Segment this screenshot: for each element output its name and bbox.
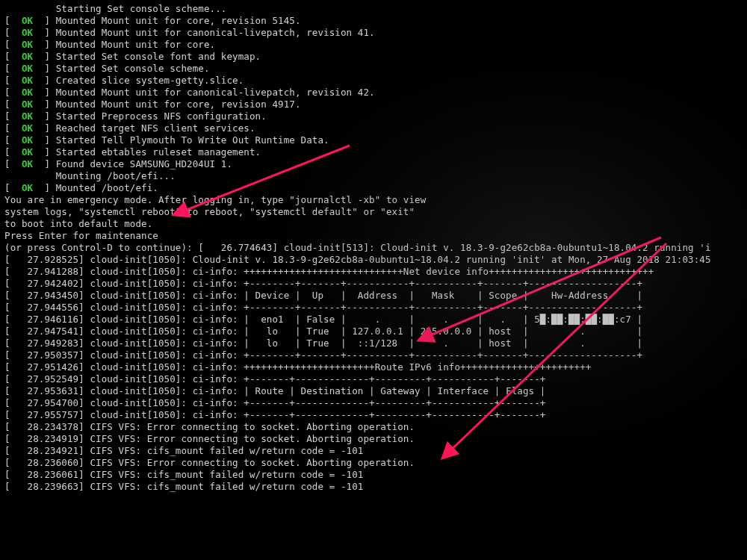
boot-line: [ OK ] Mounted Mount unit for core, revi… bbox=[4, 15, 743, 27]
boot-line: [ OK ] Mounted Mount unit for core, revi… bbox=[4, 99, 743, 111]
boot-line: [ OK ] Started Tell Plymouth To Write Ou… bbox=[4, 134, 743, 146]
emergency-line: (or press Control-D to continue): [ 26.7… bbox=[4, 242, 743, 254]
boot-line: Mounting /boot/efi... bbox=[4, 170, 743, 182]
boot-line: [ OK ] Mounted Mount unit for canonical-… bbox=[4, 87, 743, 99]
emergency-line: to boot into default mode. bbox=[4, 218, 743, 230]
cifs-error-line: [ 28.234919] CIFS VFS: Error connecting … bbox=[4, 433, 743, 445]
boot-line: [ OK ] Started ebtables ruleset manageme… bbox=[4, 146, 743, 158]
emergency-line: Press Enter for maintenance bbox=[4, 230, 743, 242]
boot-line: [ OK ] Started Set console scheme. bbox=[4, 63, 743, 75]
ci-info-line: [ 27.941288] cloud-init[1050]: ci-info: … bbox=[4, 266, 743, 278]
ci-info-line: [ 27.954700] cloud-init[1050]: ci-info: … bbox=[4, 397, 743, 409]
ci-info-line: [ 27.943450] cloud-init[1050]: ci-info: … bbox=[4, 290, 743, 302]
ci-info-line: [ 27.951426] cloud-init[1050]: ci-info: … bbox=[4, 361, 743, 373]
emergency-line: You are in emergency mode. After logging… bbox=[4, 194, 743, 206]
ci-info-line: [ 27.942402] cloud-init[1050]: ci-info: … bbox=[4, 278, 743, 290]
emergency-line: system logs, "systemctl reboot" to reboo… bbox=[4, 206, 743, 218]
ci-info-line: [ 27.949283] cloud-init[1050]: ci-info: … bbox=[4, 337, 743, 349]
cifs-error-line: [ 28.239663] CIFS VFS: cifs_mount failed… bbox=[4, 481, 743, 493]
cifs-error-line: [ 28.236061] CIFS VFS: cifs_mount failed… bbox=[4, 469, 743, 481]
boot-line: [ OK ] Found device SAMSUNG_HD204UI 1. bbox=[4, 158, 743, 170]
ci-info-line: [ 27.952549] cloud-init[1050]: ci-info: … bbox=[4, 373, 743, 385]
ci-info-line: [ 27.946116] cloud-init[1050]: ci-info: … bbox=[4, 314, 743, 326]
cifs-error-line: [ 28.234378] CIFS VFS: Error connecting … bbox=[4, 421, 743, 433]
boot-console: Starting Set console scheme...[ OK ] Mou… bbox=[0, 0, 747, 496]
ci-info-line: [ 27.947541] cloud-init[1050]: ci-info: … bbox=[4, 326, 743, 337]
cifs-error-line: [ 28.234921] CIFS VFS: cifs_mount failed… bbox=[4, 445, 743, 457]
boot-line: [ OK ] Mounted Mount unit for core. bbox=[4, 39, 743, 51]
ci-info-line: [ 27.950357] cloud-init[1050]: ci-info: … bbox=[4, 349, 743, 361]
boot-line: [ OK ] Started Set console font and keym… bbox=[4, 51, 743, 63]
ci-info-line: [ 27.944556] cloud-init[1050]: ci-info: … bbox=[4, 302, 743, 314]
boot-line: [ OK ] Started Preprocess NFS configurat… bbox=[4, 111, 743, 122]
ci-info-line: [ 27.953631] cloud-init[1050]: ci-info: … bbox=[4, 385, 743, 397]
boot-line: [ OK ] Mounted Mount unit for canonical-… bbox=[4, 27, 743, 39]
boot-line: [ OK ] Reached target NFS client service… bbox=[4, 122, 743, 134]
ci-info-line: [ 27.955757] cloud-init[1050]: ci-info: … bbox=[4, 409, 743, 421]
cloud-init-intro: [ 27.928525] cloud-init[1050]: Cloud-ini… bbox=[4, 254, 743, 266]
boot-line: Starting Set console scheme... bbox=[4, 3, 743, 15]
cifs-error-line: [ 28.236060] CIFS VFS: Error connecting … bbox=[4, 457, 743, 469]
boot-line: [ OK ] Mounted /boot/efi. bbox=[4, 182, 743, 194]
boot-line: [ OK ] Created slice system-getty.slice. bbox=[4, 75, 743, 87]
